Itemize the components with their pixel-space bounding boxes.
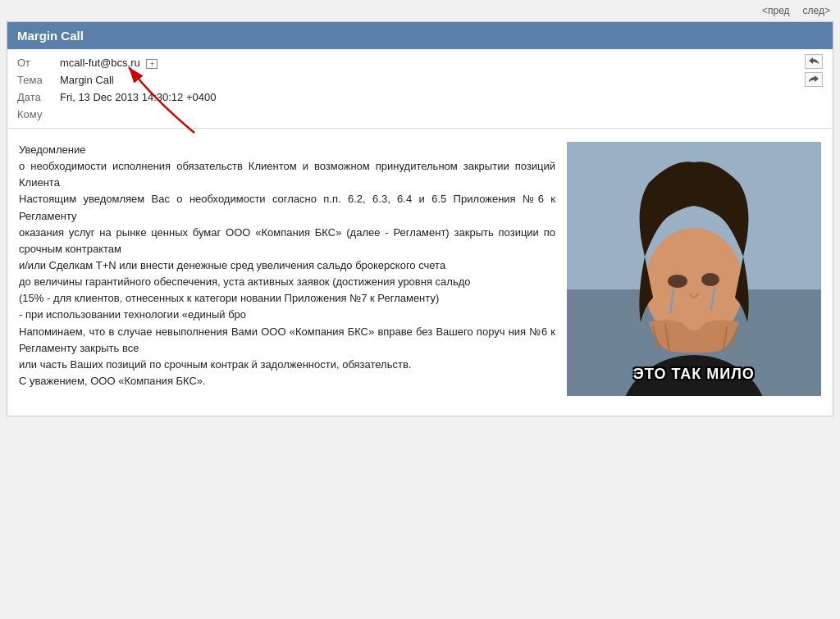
email-metadata: От mcall-fut@bcs.ru + Тема Margin Call Д… xyxy=(7,49,833,129)
next-link[interactable]: след> xyxy=(803,5,830,16)
from-value: mcall-fut@bcs.ru + xyxy=(60,57,158,69)
date-row: Дата Fri, 13 Dec 2013 14:30:12 +0400 xyxy=(7,89,833,106)
svg-point-7 xyxy=(701,273,719,286)
svg-point-6 xyxy=(668,275,687,288)
prev-link[interactable]: <пред xyxy=(762,5,790,16)
subject-row: Тема Margin Call xyxy=(7,71,833,89)
subject-value: Margin Call xyxy=(60,74,114,86)
top-navigation: <пред след> xyxy=(0,0,840,21)
meme-caption: ЭТО ТАК МИЛО xyxy=(567,363,821,386)
forward-icon[interactable] xyxy=(805,72,823,87)
email-title-bar: Margin Call xyxy=(7,22,833,49)
to-row: Кому xyxy=(7,106,833,123)
subject-label: Тема xyxy=(17,74,60,86)
date-label: Дата xyxy=(17,91,60,103)
meme-image: ЭТО ТАК МИЛО xyxy=(567,142,821,396)
meme-person-photo: ЭТО ТАК МИЛО xyxy=(567,142,821,396)
add-contact-icon[interactable]: + xyxy=(146,59,158,69)
email-body: ЭТО ТАК МИЛО Уведомление о необходимости… xyxy=(7,129,833,416)
to-label: Кому xyxy=(17,108,60,121)
reply-icon[interactable] xyxy=(805,54,823,69)
email-window: Margin Call От mcall-fut@bcs.ru + Тема M… xyxy=(7,21,833,416)
from-label: От xyxy=(17,57,60,69)
email-window-title: Margin Call xyxy=(17,29,84,43)
from-row: От mcall-fut@bcs.ru + xyxy=(7,54,833,71)
date-value: Fri, 13 Dec 2013 14:30:12 +0400 xyxy=(60,91,216,103)
action-icons xyxy=(805,54,823,87)
